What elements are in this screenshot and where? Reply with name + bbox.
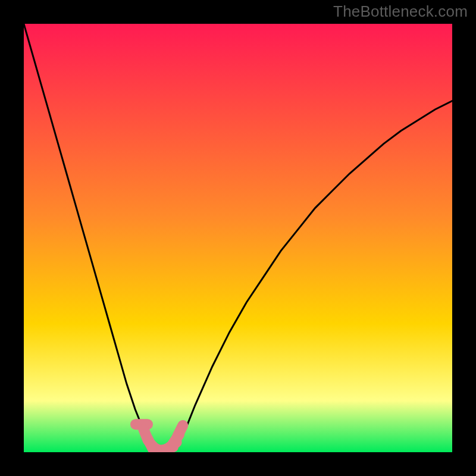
outer-frame: TheBottleneck.com <box>0 0 476 476</box>
gradient-background <box>24 24 452 452</box>
marker-dash <box>177 425 183 436</box>
bottleneck-chart <box>24 24 452 452</box>
chart-area <box>24 24 452 452</box>
watermark-text: TheBottleneck.com <box>333 2 468 21</box>
